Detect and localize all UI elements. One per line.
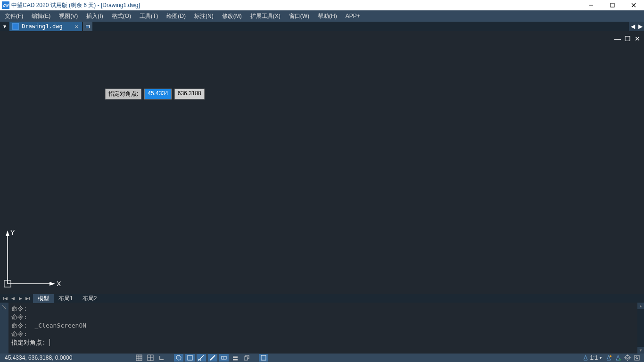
command-line: 命令: — [11, 330, 635, 338]
svg-rect-25 — [188, 355, 192, 360]
app-icon: Zw — [2, 1, 9, 9]
close-tab-button[interactable]: ✕ — [75, 23, 78, 30]
doc-minimize-button[interactable]: — — [614, 35, 621, 42]
tab-list-dropdown[interactable]: ▾ — [0, 22, 9, 31]
ucs-axes: Y X — [3, 228, 65, 289]
document-tabs: ▾ Drawing1.dwg ✕ ◀ ▶ — [0, 22, 644, 31]
layout-tab-layout1[interactable]: 布局1 — [54, 294, 78, 303]
command-window-handle[interactable] — [0, 303, 8, 354]
close-button[interactable] — [623, 0, 644, 10]
svg-rect-5 — [86, 25, 89, 28]
svg-rect-36 — [261, 355, 266, 360]
command-line: 命令: — [11, 313, 635, 321]
scroll-down-button[interactable]: ▼ — [637, 347, 644, 354]
svg-line-24 — [179, 356, 181, 358]
menu-view[interactable]: 视图(V) — [59, 12, 78, 20]
svg-point-37 — [610, 355, 611, 357]
document-tab-label: Drawing1.dwg — [22, 23, 63, 30]
menu-edit[interactable]: 编辑(E) — [32, 12, 50, 20]
tabs-scroll-left[interactable]: ◀ — [629, 22, 636, 31]
scale-label: 1:1 — [590, 354, 598, 361]
coordinates-readout[interactable]: 45.4334, 636.3188, 0.0000 — [0, 354, 134, 361]
layout-tab-layout2[interactable]: 布局2 — [78, 294, 102, 303]
command-window: 命令: 命令: 命令: _CleanScreenON 命令: 指定对角点: ▲ … — [0, 303, 644, 354]
layout-nav-first[interactable]: I◀ — [2, 295, 8, 302]
svg-rect-35 — [244, 357, 248, 360]
dynamic-input-icon[interactable]: + — [219, 354, 229, 362]
tabs-scroll-right[interactable]: ▶ — [636, 22, 644, 31]
svg-text:X: X — [57, 280, 61, 288]
scroll-up-button[interactable]: ▲ — [637, 303, 644, 309]
doc-close-button[interactable]: ✕ — [635, 35, 640, 42]
modelspace-icon[interactable] — [259, 354, 268, 362]
annotation-autoscale-icon[interactable] — [615, 354, 621, 361]
layout-nav-last[interactable]: ▶I — [25, 295, 31, 302]
title-bar: Zw 中望CAD 2020 试用版 (剩余 6 天) - [Drawing1.d… — [0, 0, 644, 10]
clean-screen-icon[interactable] — [634, 354, 640, 361]
menu-express[interactable]: 扩展工具(X) — [250, 12, 281, 20]
osnap-icon[interactable] — [185, 354, 195, 362]
svg-line-28 — [210, 355, 215, 360]
svg-text:+: + — [223, 356, 224, 360]
drawing-area[interactable]: — ❐ ✕ 指定对角点: 45.4334 636.3188 Y X — [0, 31, 644, 294]
settings-gear-icon[interactable] — [624, 354, 631, 361]
menu-file[interactable]: 文件(F) — [5, 12, 23, 20]
menu-insert[interactable]: 插入(I) — [86, 12, 103, 20]
cycle-icon[interactable] — [242, 354, 251, 362]
menu-modify[interactable]: 修改(M) — [222, 12, 242, 20]
svg-point-39 — [625, 355, 630, 360]
layout-tab-model[interactable]: 模型 — [33, 294, 54, 303]
dynamic-input-label: 指定对角点: — [105, 89, 141, 99]
annotation-scale-icon[interactable]: 1:1 ▼ — [582, 354, 603, 361]
dwg-icon — [12, 23, 19, 30]
polar-tracking-icon[interactable] — [174, 354, 183, 362]
menu-tools[interactable]: 工具(T) — [140, 12, 158, 20]
layout-nav-next[interactable]: ▶ — [17, 295, 24, 302]
svg-rect-15 — [136, 355, 142, 361]
lineweight-icon[interactable] — [208, 354, 217, 362]
menu-help[interactable]: 帮助(H) — [318, 12, 337, 20]
menu-app[interactable]: APP+ — [346, 13, 360, 19]
dynamic-input-x[interactable]: 45.4334 — [144, 89, 171, 99]
doc-restore-button[interactable]: ❐ — [625, 35, 631, 42]
command-line: 命令: _CleanScreenON — [11, 321, 635, 330]
grid-icon[interactable] — [146, 354, 155, 362]
svg-point-38 — [619, 359, 621, 361]
new-tab-button[interactable] — [83, 22, 92, 31]
ortho-icon[interactable] — [157, 354, 166, 362]
window-title: 中望CAD 2020 试用版 (剩余 6 天) - [Drawing1.dwg] — [11, 1, 140, 9]
minimize-button[interactable] — [580, 0, 602, 10]
menu-dimension[interactable]: 标注(N) — [194, 12, 214, 20]
snap-grid-icon[interactable] — [134, 354, 144, 362]
command-scrollbar[interactable]: ▲ ▼ — [637, 303, 644, 354]
svg-marker-11 — [50, 282, 55, 286]
command-history[interactable]: 命令: 命令: 命令: _CleanScreenON 命令: 指定对角点: — [8, 303, 637, 354]
lwt-icon[interactable] — [231, 354, 240, 362]
osnap-tracking-icon[interactable] — [197, 354, 206, 362]
svg-marker-8 — [6, 230, 9, 236]
menu-format[interactable]: 格式(O) — [112, 12, 131, 20]
document-tab-active[interactable]: Drawing1.dwg ✕ — [9, 22, 82, 31]
command-prompt[interactable]: 指定对角点: — [11, 338, 635, 347]
status-bar: 45.4334, 636.3188, 0.0000 + 1:1 ▼ — [0, 354, 644, 362]
dynamic-input: 指定对角点: 45.4334 636.3188 — [105, 89, 205, 99]
layout-tabs: I◀ ◀ ▶ ▶I 模型 布局1 布局2 — [0, 294, 644, 303]
layout-nav-prev[interactable]: ◀ — [9, 295, 16, 302]
command-line: 命令: — [11, 304, 635, 313]
svg-text:Y: Y — [10, 229, 15, 236]
annotation-visibility-icon[interactable] — [605, 354, 612, 361]
svg-rect-1 — [611, 3, 614, 7]
svg-point-40 — [627, 357, 628, 359]
dynamic-input-y[interactable]: 636.3188 — [174, 89, 205, 99]
menu-draw[interactable]: 绘图(D) — [166, 12, 186, 20]
menu-bar: 文件(F) 编辑(E) 视图(V) 插入(I) 格式(O) 工具(T) 绘图(D… — [0, 10, 644, 22]
maximize-button[interactable] — [602, 0, 623, 10]
menu-window[interactable]: 窗口(W) — [289, 12, 309, 20]
